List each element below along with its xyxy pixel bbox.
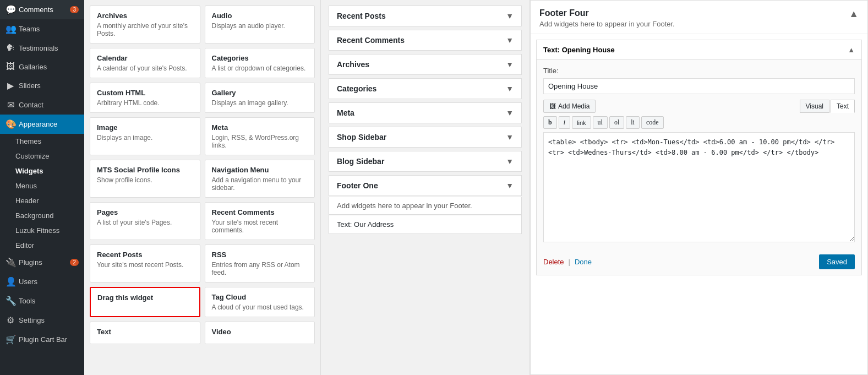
area-label: Footer One bbox=[337, 181, 378, 190]
text-widget-header[interactable]: Text: Opening House ▲ bbox=[537, 40, 861, 60]
widget-card-recent-posts[interactable]: Recent Posts Your site's most recent Pos… bbox=[90, 244, 200, 282]
sidebar-item-plugin-cart-bar[interactable]: 🛒 Plugin Cart Bar bbox=[0, 330, 84, 349]
bold-button[interactable]: b bbox=[543, 116, 557, 129]
sidebar-sub-header[interactable]: Header bbox=[0, 193, 84, 208]
italic-button[interactable]: i bbox=[559, 116, 570, 129]
sidebar-item-galleries[interactable]: 🖼 Gallaries bbox=[0, 57, 84, 76]
ol-button[interactable]: ol bbox=[609, 116, 624, 129]
widget-name: Custom HTML bbox=[97, 89, 193, 97]
widget-name: Calendar bbox=[97, 54, 193, 62]
collapse-icon[interactable]: ▲ bbox=[849, 8, 859, 20]
sidebar-item-appearance[interactable]: 🎨 Appearance bbox=[0, 115, 84, 134]
footer-four-title: Footer Four bbox=[539, 8, 675, 18]
footer-four-header: Footer Four Add widgets here to appear i… bbox=[531, 1, 867, 34]
widget-card-text[interactable]: Text bbox=[90, 322, 200, 344]
widget-card-drag[interactable]: Drag this widget bbox=[90, 287, 200, 317]
arrow-icon: ▼ bbox=[506, 84, 514, 93]
sidebar-sub-customize[interactable]: Customize bbox=[0, 149, 84, 164]
sidebar-item-users[interactable]: 👤 Users bbox=[0, 272, 84, 291]
tab-text[interactable]: Text bbox=[831, 100, 855, 113]
widget-card-meta[interactable]: Meta Login, RSS, & WordPress.org links. bbox=[205, 117, 315, 155]
sidebar-item-plugins[interactable]: 🔌 Plugins 2 bbox=[0, 253, 84, 272]
contact-icon: ✉ bbox=[6, 100, 15, 110]
widget-card-nav-menu[interactable]: Navigation Menu Add a navigation menu to… bbox=[205, 160, 315, 198]
widget-card-pages[interactable]: Pages A list of your site's Pages. bbox=[90, 202, 200, 240]
sidebar-sub-menus[interactable]: Menus bbox=[0, 178, 84, 193]
widget-card-audio[interactable]: Audio Displays an audio player. bbox=[205, 6, 315, 44]
area-header-blog-sidebar[interactable]: Blog Sidebar ▼ bbox=[329, 151, 522, 172]
widget-name: Video bbox=[212, 328, 308, 336]
link-button[interactable]: link bbox=[572, 116, 591, 129]
visual-text-tabs: Visual Text bbox=[800, 100, 855, 113]
area-blog-sidebar: Blog Sidebar ▼ bbox=[329, 151, 522, 172]
add-media-button[interactable]: 🖼 Add Media bbox=[543, 100, 596, 113]
widget-name: Pages bbox=[97, 208, 193, 216]
sidebar-item-label: Plugins bbox=[19, 258, 42, 267]
sidebar-sub-widgets[interactable]: Widgets bbox=[0, 164, 84, 178]
area-header-shop-sidebar[interactable]: Shop Sidebar ▼ bbox=[329, 127, 522, 148]
area-header-archives[interactable]: Archives ▼ bbox=[329, 54, 522, 75]
sidebar-sub-editor[interactable]: Editor bbox=[0, 238, 84, 253]
area-header-meta[interactable]: Meta ▼ bbox=[329, 102, 522, 123]
ul-button[interactable]: ul bbox=[593, 116, 608, 129]
title-input[interactable] bbox=[543, 78, 855, 94]
area-widget-our-address[interactable]: Text: Our Address bbox=[329, 215, 522, 234]
footer-one-note: Add widgets here to appear in your Foote… bbox=[329, 197, 522, 215]
sidebar-item-testimonials[interactable]: 🗣 Testimonials bbox=[0, 39, 84, 57]
area-label: Archives bbox=[337, 60, 369, 69]
sidebar-item-teams[interactable]: 👥 Teams bbox=[0, 19, 84, 39]
li-button[interactable]: li bbox=[626, 116, 640, 129]
add-media-label: Add Media bbox=[558, 102, 589, 110]
widget-card-custom-html[interactable]: Custom HTML Arbitrary HTML code. bbox=[90, 83, 200, 113]
sidebar-item-settings[interactable]: ⚙ Settings bbox=[0, 311, 84, 330]
arrow-icon: ▼ bbox=[506, 60, 514, 69]
sidebar-item-tools[interactable]: 🔧 Tools bbox=[0, 291, 84, 311]
add-media-icon: 🖼 bbox=[549, 102, 556, 110]
sidebar-item-label: Comments bbox=[19, 6, 53, 14]
separator: | bbox=[569, 258, 570, 266]
footer-four-description: Add widgets here to appear in your Foote… bbox=[539, 20, 675, 28]
code-editor[interactable]: <table> <tbody> <tr> <td>Mon-Tues</td> <… bbox=[543, 132, 855, 242]
sidebar-item-contact[interactable]: ✉ Contact bbox=[0, 95, 84, 115]
area-label: Categories bbox=[337, 84, 376, 93]
widget-card-archives[interactable]: Archives A monthly archive of your site'… bbox=[90, 6, 200, 44]
widget-name: Text bbox=[97, 328, 193, 336]
area-header-recent-posts[interactable]: Recent Posts ▼ bbox=[329, 6, 522, 26]
widget-card-gallery[interactable]: Gallery Displays an image gallery. bbox=[205, 83, 315, 113]
widget-desc: Arbitrary HTML code. bbox=[97, 99, 193, 107]
tab-visual[interactable]: Visual bbox=[800, 100, 829, 113]
sliders-icon: ▶ bbox=[6, 80, 15, 91]
sidebar-sub-luzuk[interactable]: Luzuk Fitness bbox=[0, 223, 84, 238]
sidebar-item-sliders[interactable]: ▶ Sliders bbox=[0, 76, 84, 95]
widget-desc: A monthly archive of your site's Posts. bbox=[97, 22, 193, 37]
sidebar-item-label: Appearance bbox=[19, 120, 57, 128]
widget-desc: Add a navigation menu to your sidebar. bbox=[212, 176, 308, 192]
widget-desc: A list or dropdown of categories. bbox=[212, 64, 308, 72]
widget-card-recent-comments[interactable]: Recent Comments Your site's most recent … bbox=[205, 202, 315, 240]
comments-icon: 💬 bbox=[6, 4, 15, 15]
sidebar-sub-background[interactable]: Background bbox=[0, 208, 84, 223]
code-button[interactable]: code bbox=[641, 116, 664, 129]
plugins-badge: 2 bbox=[70, 259, 79, 266]
delete-link[interactable]: Delete bbox=[543, 258, 564, 266]
sidebar-item-label: Sliders bbox=[19, 81, 41, 90]
area-label: Meta bbox=[337, 108, 354, 117]
widget-card-mts-social[interactable]: MTS Social Profile Icons Show profile ic… bbox=[90, 160, 200, 198]
area-header-footer-one[interactable]: Footer One ▼ bbox=[329, 175, 522, 196]
sidebar-item-label: Contact bbox=[19, 101, 43, 109]
saved-button[interactable]: Saved bbox=[819, 254, 855, 269]
widget-card-calendar[interactable]: Calendar A calendar of your site's Posts… bbox=[90, 48, 200, 78]
area-header-recent-comments[interactable]: Recent Comments ▼ bbox=[329, 30, 522, 51]
widget-card-rss[interactable]: RSS Entries from any RSS or Atom feed. bbox=[205, 244, 315, 282]
widget-collapse-icon[interactable]: ▲ bbox=[848, 46, 855, 54]
widget-card-tag-cloud[interactable]: Tag Cloud A cloud of your most used tags… bbox=[205, 287, 315, 317]
title-field-label: Title: bbox=[543, 67, 855, 75]
widget-card-categories[interactable]: Categories A list or dropdown of categor… bbox=[205, 48, 315, 78]
sidebar-item-comments[interactable]: 💬 Comments 3 bbox=[0, 0, 84, 19]
sidebar-sub-themes[interactable]: Themes bbox=[0, 134, 84, 149]
done-link[interactable]: Done bbox=[575, 258, 592, 266]
widget-card-image[interactable]: Image Displays an image. bbox=[90, 117, 200, 155]
testimonials-icon: 🗣 bbox=[6, 43, 15, 53]
widget-card-video[interactable]: Video bbox=[205, 322, 315, 344]
area-header-categories[interactable]: Categories ▼ bbox=[329, 78, 522, 99]
